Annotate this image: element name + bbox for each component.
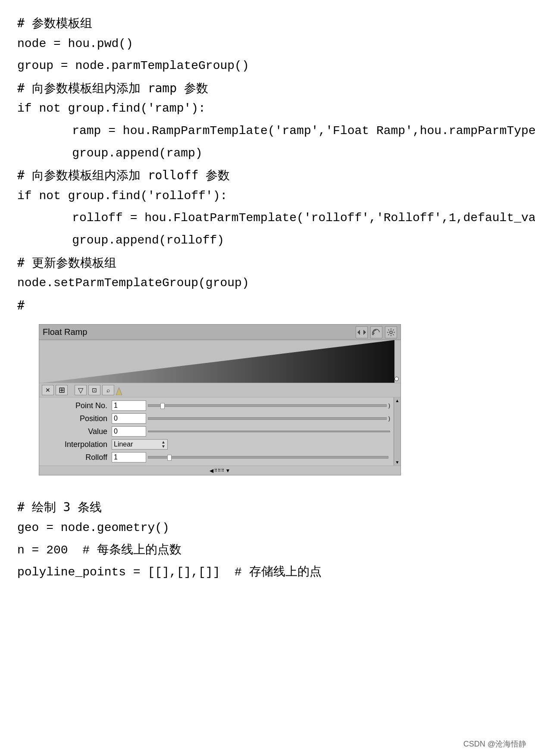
scrollbar-up-arrow[interactable]: ▲ bbox=[395, 398, 400, 403]
bottom-nav-arrows: ◀ ⠿⠿⠿ ▼ bbox=[210, 468, 231, 474]
ramp-btn-add[interactable]: ⊞ bbox=[56, 385, 68, 395]
svg-marker-3 bbox=[39, 340, 394, 383]
field-slider-position[interactable] bbox=[148, 417, 387, 420]
code-line-1: # 参数模板组 bbox=[17, 13, 518, 34]
ramp-toolbar: ✕ ⊞ ▽ ⊡ ⌕ bbox=[39, 383, 400, 397]
widget-icon-group bbox=[356, 326, 397, 338]
code-line-8: # 向参数模板组内添加 rolloff 参数 bbox=[17, 165, 518, 186]
field-row-value: Value bbox=[39, 425, 394, 438]
field-input-rolloff[interactable] bbox=[112, 452, 146, 462]
field-row-rolloff: Rolloff bbox=[39, 451, 394, 464]
fields-and-scrollbar: Point No. ) Position ) Value bbox=[39, 397, 400, 465]
bottom-left-arrow[interactable]: ◀ bbox=[210, 468, 213, 474]
widget-title: Float Ramp bbox=[43, 327, 87, 337]
slider-end-pointno: ) bbox=[387, 403, 390, 409]
widget-bottom-bar: ◀ ⠿⠿⠿ ▼ bbox=[39, 465, 400, 475]
interpolation-arrows: ▲ ▼ bbox=[161, 440, 166, 449]
ramp-gradient-svg bbox=[39, 340, 400, 383]
code-line-11: group.append(rolloff) bbox=[17, 230, 518, 251]
field-label-position: Position bbox=[43, 414, 112, 423]
widget-icon-navigate[interactable] bbox=[356, 326, 368, 338]
code2-line-1: # 绘制 3 条线 bbox=[17, 497, 518, 518]
code-line-5: if not group.find('ramp'): bbox=[17, 98, 518, 119]
code-line-7: group.append(ramp) bbox=[17, 143, 518, 164]
code-line-13: node.setParmTemplateGroup(group) bbox=[17, 273, 518, 294]
field-row-position: Position ) bbox=[39, 412, 394, 425]
field-input-pointno[interactable] bbox=[112, 400, 146, 411]
code-line-12: # 更新参数模板组 bbox=[17, 253, 518, 273]
code-section-1: # 参数模板组 node = hou.pwd() group = node.pa… bbox=[17, 13, 518, 316]
slider-end-position: ) bbox=[387, 415, 390, 422]
ramp-btn-zoom[interactable]: ⌕ bbox=[102, 385, 114, 395]
field-slider-pointno[interactable] bbox=[148, 404, 387, 407]
field-label-rolloff: Rolloff bbox=[43, 453, 112, 462]
field-row-pointno: Point No. ) bbox=[39, 399, 394, 412]
field-input-position[interactable] bbox=[112, 413, 146, 424]
field-slider-value[interactable] bbox=[148, 431, 390, 432]
ramp-marker[interactable] bbox=[116, 387, 122, 395]
interpolation-select[interactable]: Linear ▲ ▼ bbox=[112, 439, 168, 450]
code-line-10: rolloff = hou.FloatParmTemplate('rolloff… bbox=[17, 208, 518, 228]
bottom-right-arrow[interactable]: ▼ bbox=[225, 468, 231, 474]
ramp-btn-grid[interactable]: ⊡ bbox=[88, 385, 100, 395]
ramp-display[interactable] bbox=[39, 340, 400, 383]
code-line-9: if not group.find('rolloff'): bbox=[17, 186, 518, 206]
code-line-3: group = node.parmTemplateGroup() bbox=[17, 56, 518, 76]
ramp-btn-triangle[interactable]: ▽ bbox=[75, 385, 87, 395]
code-line-2: node = hou.pwd() bbox=[17, 34, 518, 54]
svg-marker-4 bbox=[116, 387, 122, 395]
field-row-interpolation: Interpolation Linear ▲ ▼ bbox=[39, 438, 394, 451]
code-line-4: # 向参数模板组内添加 ramp 参数 bbox=[17, 78, 518, 99]
field-input-value[interactable] bbox=[112, 426, 146, 437]
code-line-14: # bbox=[17, 295, 518, 316]
code-line-6: ramp = hou.RampParmTemplate('ramp','Floa… bbox=[17, 121, 518, 141]
code2-line-3: n = 200 # 每条线上的点数 bbox=[17, 540, 518, 561]
bottom-dots: ⠿⠿⠿ bbox=[214, 468, 225, 473]
svg-marker-0 bbox=[357, 330, 360, 335]
svg-marker-1 bbox=[363, 330, 366, 335]
float-ramp-widget: Float Ramp bbox=[39, 324, 401, 475]
field-label-interpolation: Interpolation bbox=[43, 440, 112, 449]
code2-line-4: polyline_points = [[],[],[]] # 存储线上的点 bbox=[17, 562, 518, 583]
interpolation-value: Linear bbox=[114, 440, 133, 448]
ramp-btn-x[interactable]: ✕ bbox=[42, 385, 54, 395]
field-slider-rolloff[interactable] bbox=[148, 456, 388, 459]
spacer bbox=[17, 488, 518, 497]
code2-line-2: geo = node.geometry() bbox=[17, 518, 518, 538]
code-section-2: # 绘制 3 条线 geo = node.geometry() n = 200 … bbox=[17, 497, 518, 582]
widget-icon-settings[interactable] bbox=[385, 326, 397, 338]
field-label-value: Value bbox=[43, 427, 112, 436]
vertical-scrollbar[interactable]: ▲ ▼ bbox=[394, 397, 400, 465]
widget-titlebar: Float Ramp bbox=[39, 325, 400, 340]
widget-fields: Point No. ) Position ) Value bbox=[39, 397, 394, 465]
field-label-pointno: Point No. bbox=[43, 401, 112, 410]
watermark: CSDN @沧海悟静 bbox=[463, 739, 526, 749]
scrollbar-down-arrow[interactable]: ▼ bbox=[395, 460, 400, 465]
svg-point-2 bbox=[390, 331, 392, 334]
widget-icon-undo[interactable] bbox=[370, 326, 382, 338]
